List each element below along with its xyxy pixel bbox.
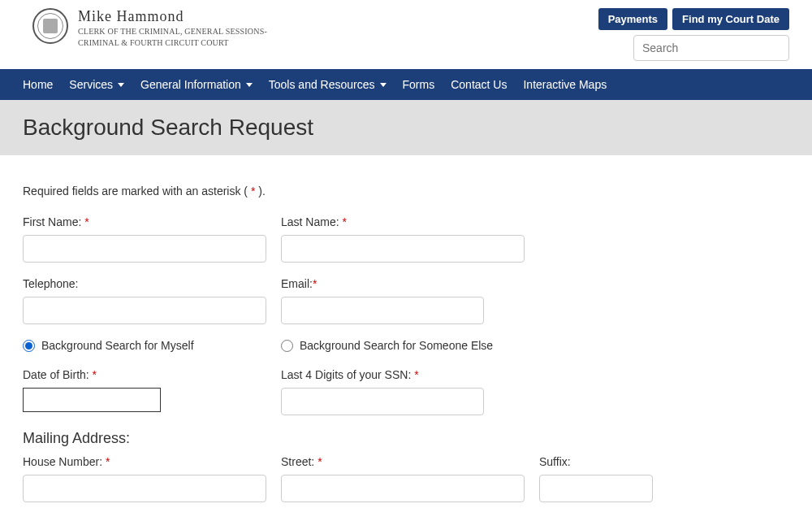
chevron-down-icon bbox=[246, 83, 253, 87]
asterisk-icon: * bbox=[414, 368, 418, 381]
ssn-input[interactable] bbox=[281, 388, 484, 415]
seal-icon bbox=[32, 8, 68, 44]
nav-contact-label: Contact Us bbox=[451, 78, 507, 91]
asterisk-icon: * bbox=[84, 215, 89, 228]
radio-self-label: Background Search for Myself bbox=[41, 339, 194, 352]
ssn-label: Last 4 Digits of your SSN: * bbox=[281, 368, 484, 381]
required-note-suffix: ). bbox=[255, 185, 265, 198]
title-block: Mike Hammond CLERK OF THE CRIMINAL, GENE… bbox=[78, 8, 267, 48]
header: Mike Hammond CLERK OF THE CRIMINAL, GENE… bbox=[0, 0, 812, 69]
nav-contact[interactable]: Contact Us bbox=[451, 78, 507, 91]
page-title-band: Background Search Request bbox=[0, 100, 812, 155]
dob-input[interactable] bbox=[23, 388, 161, 412]
telephone-label: Telephone: bbox=[23, 277, 266, 290]
main-nav: Home Services General Information Tools … bbox=[0, 69, 812, 100]
last-name-label: Last Name: * bbox=[281, 215, 525, 228]
nav-general-info-label: General Information bbox=[140, 78, 241, 91]
ssn-label-text: Last 4 Digits of your SSN: bbox=[281, 368, 414, 381]
chevron-down-icon bbox=[380, 83, 387, 87]
nav-tools-label: Tools and Resources bbox=[269, 78, 375, 91]
asterisk-icon: * bbox=[342, 215, 346, 228]
clerk-name: Mike Hammond bbox=[78, 8, 267, 25]
mailing-address-heading: Mailing Address: bbox=[23, 430, 789, 447]
suffix-input[interactable] bbox=[539, 475, 653, 502]
header-right: Payments Find my Court Date bbox=[598, 8, 789, 61]
house-number-label-text: House Number: bbox=[23, 455, 106, 468]
email-label: Email:* bbox=[281, 277, 484, 290]
radio-other-label: Background Search for Someone Else bbox=[300, 339, 493, 352]
nav-home[interactable]: Home bbox=[23, 78, 53, 91]
search-input[interactable] bbox=[633, 35, 789, 61]
suffix-label: Suffix: bbox=[539, 455, 653, 468]
nav-maps-label: Interactive Maps bbox=[523, 78, 607, 91]
nav-services[interactable]: Services bbox=[69, 78, 124, 91]
email-label-text: Email: bbox=[281, 277, 313, 290]
house-number-label: House Number: * bbox=[23, 455, 266, 468]
nav-home-label: Home bbox=[23, 78, 53, 91]
street-label: Street: * bbox=[281, 455, 525, 468]
first-name-label-text: First Name: bbox=[23, 215, 84, 228]
clerk-subtitle-line2: CRIMINAL & FOURTH CIRCUIT COURT bbox=[78, 37, 267, 48]
radio-self[interactable] bbox=[23, 340, 35, 352]
payments-button[interactable]: Payments bbox=[598, 8, 667, 30]
radio-other[interactable] bbox=[281, 340, 293, 352]
first-name-label: First Name: * bbox=[23, 215, 266, 228]
last-name-label-text: Last Name: bbox=[281, 215, 342, 228]
nav-forms[interactable]: Forms bbox=[403, 78, 435, 91]
header-buttons: Payments Find my Court Date bbox=[598, 8, 789, 30]
street-input[interactable] bbox=[281, 475, 525, 502]
email-input[interactable] bbox=[281, 297, 484, 324]
nav-forms-label: Forms bbox=[403, 78, 435, 91]
page-title: Background Search Request bbox=[23, 115, 789, 141]
nav-tools-resources[interactable]: Tools and Resources bbox=[269, 78, 387, 91]
nav-general-information[interactable]: General Information bbox=[140, 78, 253, 91]
required-note: Required fields are marked with an aster… bbox=[23, 185, 789, 198]
find-court-date-button[interactable]: Find my Court Date bbox=[672, 8, 789, 30]
first-name-input[interactable] bbox=[23, 235, 266, 263]
chevron-down-icon bbox=[118, 83, 124, 87]
last-name-input[interactable] bbox=[281, 235, 525, 263]
dob-label-text: Date of Birth: bbox=[23, 368, 93, 381]
asterisk-icon: * bbox=[93, 368, 97, 381]
clerk-subtitle-line1: CLERK OF THE CRIMINAL, GENERAL SESSIONS- bbox=[78, 26, 267, 37]
asterisk-icon: * bbox=[317, 455, 322, 468]
street-label-text: Street: bbox=[281, 455, 317, 468]
required-note-prefix: Required fields are marked with an aster… bbox=[23, 185, 251, 198]
header-left: Mike Hammond CLERK OF THE CRIMINAL, GENE… bbox=[32, 8, 267, 48]
dob-label: Date of Birth: * bbox=[23, 368, 266, 381]
asterisk-icon: * bbox=[313, 277, 317, 290]
nav-services-label: Services bbox=[69, 78, 113, 91]
nav-interactive-maps[interactable]: Interactive Maps bbox=[523, 78, 607, 91]
asterisk-icon: * bbox=[106, 455, 110, 468]
house-number-input[interactable] bbox=[23, 475, 266, 502]
telephone-input[interactable] bbox=[23, 297, 266, 324]
form-content: Required fields are marked with an aster… bbox=[0, 155, 812, 508]
